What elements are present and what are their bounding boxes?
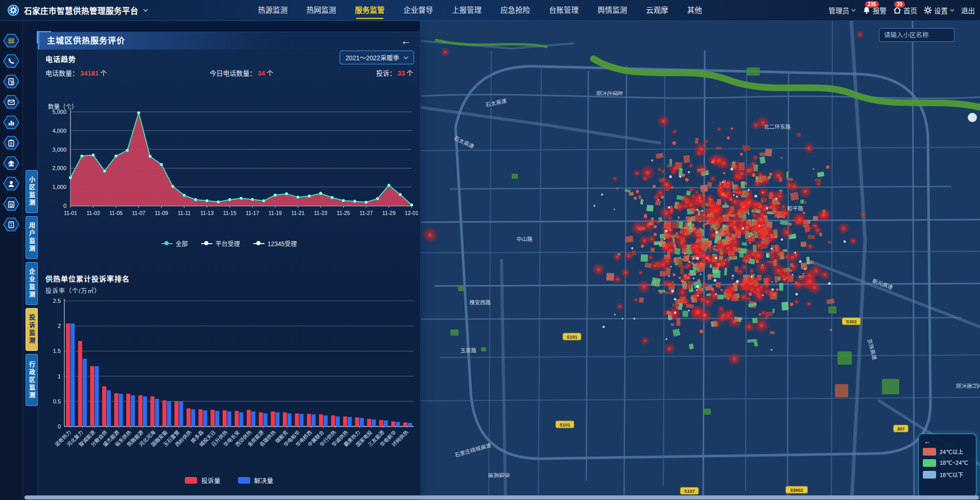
svg-text:307: 307 <box>897 426 904 432</box>
chevron-down-icon <box>403 56 409 59</box>
legend-label: 12345受理 <box>268 239 297 248</box>
stat-value: 34 <box>258 69 265 77</box>
nav-item-0[interactable]: 热源监测 <box>258 0 288 20</box>
svg-text:S302: S302 <box>846 319 856 324</box>
horizontal-scrollbar[interactable] <box>25 495 979 499</box>
tab-小区监测[interactable]: 小区监测 <box>26 170 38 213</box>
svg-text:53902: 53902 <box>790 488 803 493</box>
svg-text:1,000: 1,000 <box>52 184 66 190</box>
svg-text:S101: S101 <box>559 422 570 427</box>
legend-swatch <box>923 459 936 467</box>
phone-stats-row: 电话数量：34181个今日电话数量：34个投诉：33个 <box>45 68 413 78</box>
sidebar-item-message[interactable] <box>3 94 19 109</box>
svg-text:11-07: 11-07 <box>132 210 146 216</box>
svg-text:1.5: 1.5 <box>53 348 61 354</box>
sidebar-item-bar-chart[interactable] <box>3 115 19 130</box>
sidebar-item-user[interactable] <box>3 176 19 191</box>
tab-行政区监测[interactable]: 行政区监测 <box>26 354 38 406</box>
sidebar-item-phone[interactable] <box>3 54 19 68</box>
map-legend-row-1: 18℃~24℃ <box>923 459 972 467</box>
svg-text:2: 2 <box>58 323 61 329</box>
settings-button[interactable]: 设置 <box>924 5 954 15</box>
stat-unit: 个 <box>100 69 107 77</box>
svg-text:S107: S107 <box>684 489 695 494</box>
svg-text:1: 1 <box>58 373 61 379</box>
sidebar-item-report[interactable] <box>3 74 19 89</box>
home-button[interactable]: 20首页 <box>893 5 917 15</box>
nav-item-1[interactable]: 热网监测 <box>306 0 336 20</box>
legend-collapse-arrow-icon[interactable]: ← <box>924 437 972 445</box>
sidebar-item-device[interactable] <box>3 217 19 232</box>
svg-text:11-21: 11-21 <box>291 210 304 216</box>
nav-item-4[interactable]: 上报管理 <box>452 0 482 20</box>
main-nav: 热源监测热网监测服务监管企业督导上报管理应急抢险台账管理舆情监测云观摩其他 <box>258 0 702 20</box>
nav-item-9[interactable]: 其他 <box>687 0 702 20</box>
nav-item-7[interactable]: 舆情监测 <box>597 0 627 20</box>
brand[interactable]: 石家庄市智慧供热管理服务平台 <box>7 4 148 16</box>
legend-全部[interactable]: 全部 <box>161 239 188 248</box>
svg-text:11-11: 11-11 <box>178 210 190 216</box>
nav-item-5[interactable]: 应急抢险 <box>500 0 530 20</box>
home-label: 首页 <box>903 5 917 15</box>
svg-text:0: 0 <box>58 423 61 430</box>
nav-item-2[interactable]: 服务监管 <box>355 0 385 20</box>
legend-swatch <box>923 448 936 456</box>
svg-text:中山路: 中山路 <box>516 236 533 242</box>
sidebar-item-clipboard[interactable] <box>3 135 19 150</box>
sidebar-item-menu[interactable] <box>3 33 19 48</box>
tab-投诉监测[interactable]: 投诉监测 <box>26 308 38 351</box>
nav-item-8[interactable]: 云观摩 <box>646 0 668 20</box>
nav-item-3[interactable]: 企业督导 <box>403 0 433 20</box>
stat-unit: 个 <box>407 69 413 77</box>
tab-企业监测[interactable]: 企业监测 <box>26 262 38 305</box>
heating-dashboard: 石家庄市智慧供热管理服务平台 热源监测热网监测服务监管企业督导上报管理应急抢险台… <box>0 0 980 500</box>
settings-label: 设置 <box>934 5 948 15</box>
legend-12345受理[interactable]: 12345受理 <box>253 239 297 248</box>
stat-label: 投诉： <box>376 69 396 77</box>
stat-value: 34181 <box>80 69 99 77</box>
topbar-actions: 管理员235报警20首页设置退出 <box>829 0 975 20</box>
alarm-button[interactable]: 235报警 <box>863 5 887 15</box>
logout-button[interactable]: 退出 <box>961 5 975 15</box>
area-chart-legend: 全部平台受理12345受理 <box>38 239 420 248</box>
tab-用户监测[interactable]: 用户监测 <box>26 216 38 259</box>
svg-text:2.5: 2.5 <box>53 298 61 304</box>
svg-text:2,000: 2,000 <box>52 165 66 171</box>
phone-trend-area-chart: 数量（个）01,0002,0003,0004,0005,00011-0111-0… <box>41 104 419 230</box>
legend-swatch <box>923 471 936 479</box>
bar-legend-投诉量[interactable]: 投诉量 <box>185 475 221 485</box>
legend-label: 投诉量 <box>201 475 221 485</box>
city-heat-map[interactable]: 石太高速石太高速友谊北大街北二环东路和平路中山路槐安西路玉泉路新元高速京珠高速太… <box>420 20 980 500</box>
svg-text:和平路: 和平路 <box>787 205 803 211</box>
map-canvas: 石太高速石太高速友谊北大街北二环东路和平路中山路槐安西路玉泉路新元高速京珠高速太… <box>420 20 980 500</box>
stat-2: 投诉：33个 <box>376 68 414 78</box>
sidebar-item-customer-service[interactable] <box>3 156 19 171</box>
bar-chart-legend: 投诉量解决量 <box>38 475 420 485</box>
legend-label: 全部 <box>176 239 188 248</box>
legend-label: 平台受理 <box>216 239 240 248</box>
legend-平台受理[interactable]: 平台受理 <box>201 239 240 248</box>
svg-text:槐安西路: 槐安西路 <box>469 299 491 305</box>
complaint-rank-bar-chart: 00.511.522.5诺奇热力河北复力智诚能源分散自供盛杰能源裕东供热筑融能源… <box>41 296 419 475</box>
community-search-input[interactable] <box>879 28 954 42</box>
user-menu[interactable]: 管理员 <box>829 5 856 15</box>
logout-label: 退出 <box>961 5 975 15</box>
svg-text:友谊北大街: 友谊北大街 <box>596 90 624 96</box>
svg-text:11-27: 11-27 <box>360 210 373 216</box>
map-legend-row-2: 18℃以下 <box>923 470 972 479</box>
legend-marker <box>253 242 265 246</box>
svg-text:11-23: 11-23 <box>314 210 327 216</box>
panel-header: 主城区供热服务评价 ← <box>38 32 420 50</box>
nav-item-6[interactable]: 台账管理 <box>549 0 579 20</box>
svg-text:11-19: 11-19 <box>269 210 282 216</box>
season-select[interactable]: 2021～2022采暖季 <box>340 51 414 64</box>
bar-legend-解决量[interactable]: 解决量 <box>238 475 274 485</box>
svg-text:11-03: 11-03 <box>86 210 100 216</box>
topbar: 石家庄市智慧供热管理服务平台 热源监测热网监测服务监管企业督导上报管理应急抢险台… <box>0 0 980 21</box>
legend-label: 24℃以上 <box>940 447 964 456</box>
svg-text:5,000: 5,000 <box>52 109 66 115</box>
complaint-rank-title: 供热单位累计投诉率排名 <box>45 273 130 283</box>
collapse-panel-arrow-icon[interactable]: ← <box>401 32 411 50</box>
sidebar-item-schedule[interactable] <box>3 197 19 211</box>
stat-1: 今日电话数量：34个 <box>210 68 274 78</box>
